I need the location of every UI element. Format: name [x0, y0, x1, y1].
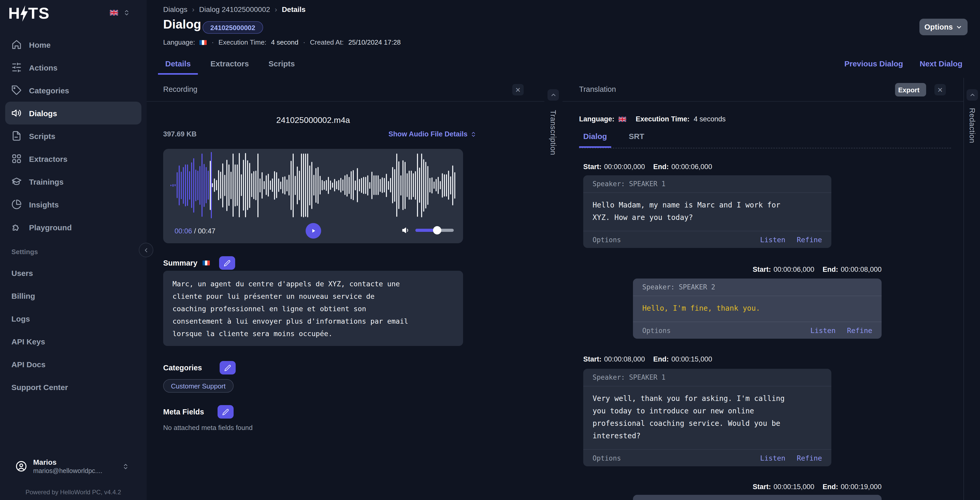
- export-button[interactable]: Export: [895, 83, 926, 96]
- speaker-label: Speaker: SPEAKER 2: [633, 278, 881, 296]
- sidebar-collapse-button[interactable]: [139, 243, 153, 257]
- waveform-bar: [264, 181, 265, 189]
- execution-time-value: 4 second: [271, 38, 299, 46]
- waveform[interactable]: [168, 150, 458, 220]
- volume-thumb[interactable]: [433, 226, 441, 235]
- waveform-bar: [291, 161, 292, 210]
- language-label: Language:: [579, 115, 614, 123]
- translation-segment-card: Speaker: SPEAKER 1 Hello Madam, my name …: [583, 175, 831, 248]
- refine-link[interactable]: Refine: [847, 326, 872, 335]
- tab-dialog[interactable]: Dialog: [579, 132, 611, 148]
- waveform-bar: [235, 164, 235, 206]
- segment-timing: Start:00:00:06,000 End:00:00:08,000: [752, 265, 881, 273]
- sidebar-item-billing[interactable]: Billing: [0, 284, 146, 307]
- segment-options[interactable]: Options: [642, 326, 671, 334]
- waveform-bar: [400, 175, 401, 195]
- dialog-id-badge: 241025000002: [202, 21, 263, 34]
- sidebar-item-logs[interactable]: Logs: [0, 307, 146, 330]
- transcription-panel-title[interactable]: Transcription: [549, 110, 557, 155]
- sidebar-item-home[interactable]: Home: [0, 33, 146, 56]
- user-menu[interactable]: Marios marios@helloworldpc....: [0, 454, 146, 478]
- waveform-bar: [436, 179, 437, 192]
- volume-slider[interactable]: [415, 229, 454, 232]
- waveform-bar: [347, 174, 348, 196]
- language-selector[interactable]: [110, 10, 130, 16]
- segment-options[interactable]: Options: [593, 236, 621, 243]
- waveform-bar: [222, 163, 223, 207]
- close-icon[interactable]: ✕: [512, 84, 523, 96]
- sidebar: H TS Home: [0, 0, 147, 500]
- sidebar-item-categories[interactable]: Categories: [0, 79, 146, 102]
- tab-extractors[interactable]: Extractors: [203, 56, 256, 75]
- listen-link[interactable]: Listen: [760, 235, 786, 244]
- sidebar-item-actions[interactable]: Actions: [0, 56, 146, 79]
- meta-fields-label: Meta Fields: [163, 408, 204, 416]
- show-audio-details-link[interactable]: Show Audio File Details: [388, 130, 476, 138]
- categories-label: Categories: [163, 364, 202, 372]
- sidebar-item-users[interactable]: Users: [0, 261, 146, 284]
- sidebar-item-api-docs[interactable]: API Docs: [0, 353, 146, 375]
- app-root: H TS Home: [0, 0, 980, 500]
- breadcrumb: Dialogs › Dialog 241025000002 › Details: [163, 5, 305, 13]
- meta-fields-empty-text: No attached meta fields found: [163, 424, 253, 431]
- next-dialog-link[interactable]: Next Dialog: [920, 59, 963, 68]
- volume-icon: [402, 226, 410, 235]
- playback-cursor[interactable]: [211, 152, 212, 218]
- sidebar-item-api-keys[interactable]: API Keys: [0, 330, 146, 353]
- refine-link[interactable]: Refine: [797, 235, 822, 244]
- waveform-bar: [179, 165, 180, 205]
- waveform-bar: [355, 180, 356, 190]
- main-tabs: Details Extractors Scripts: [158, 56, 302, 78]
- waveform-bar: [270, 181, 271, 190]
- waveform-bar: [231, 171, 232, 199]
- waveform-bar: [398, 161, 399, 209]
- listen-link[interactable]: Listen: [760, 454, 786, 462]
- edit-categories-button[interactable]: [220, 361, 235, 374]
- waveform-bar: [212, 183, 213, 187]
- play-button[interactable]: [305, 223, 321, 239]
- waveform-bar: [255, 170, 256, 200]
- waveform-bar: [361, 177, 362, 193]
- waveform-bar: [251, 173, 252, 197]
- waveform-bar: [423, 159, 424, 211]
- waveform-bar: [404, 161, 406, 209]
- edit-summary-button[interactable]: [219, 256, 235, 270]
- waveform-bar: [417, 153, 418, 217]
- sidebar-item-extractors[interactable]: Extractors: [0, 147, 146, 170]
- edit-meta-fields-button[interactable]: [218, 405, 234, 419]
- breadcrumb-separator: ›: [192, 5, 194, 13]
- category-badge[interactable]: Customer Support: [163, 379, 233, 393]
- segment-options[interactable]: Options: [593, 454, 621, 462]
- waveform-bar: [320, 176, 321, 195]
- tab-scripts[interactable]: Scripts: [261, 56, 302, 75]
- sidebar-item-label: Dialogs: [29, 109, 57, 118]
- previous-dialog-link[interactable]: Previous Dialog: [844, 59, 903, 68]
- close-icon[interactable]: ✕: [934, 84, 946, 96]
- sidebar-item-dialogs[interactable]: Dialogs: [5, 102, 142, 125]
- expand-redaction-button[interactable]: [967, 89, 978, 101]
- expand-transcription-button[interactable]: [547, 89, 559, 101]
- transcription-collapsed-panel: Transcription: [544, 78, 563, 500]
- sidebar-item-playground[interactable]: Playground: [0, 216, 146, 239]
- sidebar-item-insights[interactable]: Insights: [0, 193, 146, 216]
- waveform-bar: [185, 164, 186, 206]
- refine-link[interactable]: Refine: [797, 454, 822, 462]
- listen-link[interactable]: Listen: [810, 326, 836, 335]
- redaction-panel-title[interactable]: Redaction: [968, 108, 976, 143]
- tab-details[interactable]: Details: [158, 56, 198, 75]
- tab-srt[interactable]: SRT: [625, 132, 649, 148]
- breadcrumb-dialog-id[interactable]: Dialog 241025000002: [199, 5, 270, 13]
- waveform-bar: [334, 179, 335, 192]
- waveform-bar: [258, 153, 258, 217]
- waveform-bar: [434, 182, 434, 189]
- segment-text: Very well, thank you for asking. I'm cal…: [583, 387, 831, 449]
- sidebar-item-trainings[interactable]: Trainings: [0, 170, 146, 193]
- app-logo: H TS: [8, 3, 50, 24]
- breadcrumb-dialogs[interactable]: Dialogs: [163, 5, 187, 13]
- sidebar-item-scripts[interactable]: Scripts: [0, 125, 146, 147]
- waveform-bar: [421, 153, 422, 217]
- sidebar-item-support-center[interactable]: Support Center: [0, 375, 146, 398]
- waveform-bar: [311, 161, 312, 209]
- waveform-bar: [427, 166, 428, 204]
- options-button[interactable]: Options: [920, 19, 967, 35]
